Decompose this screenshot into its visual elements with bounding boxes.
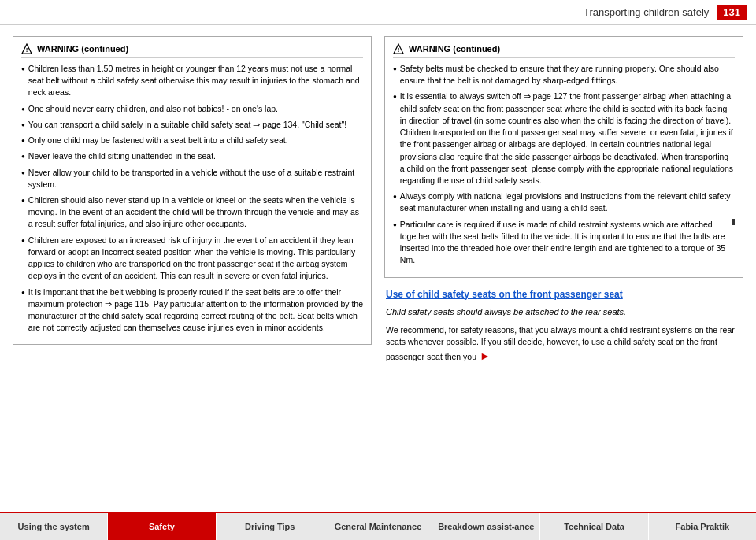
list-item: Never leave the child sitting unattended… [21, 150, 363, 162]
left-warning-header: ! WARNING (continued) [21, 43, 363, 58]
nav-bar: Using the systemSafetyDriving TipsGenera… [0, 512, 756, 540]
list-item: It is important that the belt webbing is… [21, 287, 363, 335]
nav-item-safety[interactable]: Safety [108, 513, 216, 540]
page-number: 131 [717, 5, 747, 20]
left-warning-label: WARNING (continued) [37, 44, 128, 54]
section-title: Use of child safety seats on the front p… [386, 289, 742, 300]
header-title: Transporting children safely [584, 6, 709, 18]
nav-item-driving-tips[interactable]: Driving Tips [217, 513, 324, 540]
page-header: Transporting children safely 131 [0, 0, 756, 25]
right-warning-label: WARNING (continued) [409, 44, 500, 54]
warning-icon-right: ! [393, 43, 404, 54]
svg-text:!: ! [26, 46, 28, 54]
list-item: Safety belts must be checked to ensure t… [393, 63, 735, 87]
list-item: One should never carry children, and als… [21, 103, 363, 115]
nav-item-technical-data[interactable]: Technical Data [540, 513, 648, 540]
list-item: Always comply with national legal provis… [393, 190, 735, 214]
left-warning-box: ! WARNING (continued) Children less than… [13, 36, 372, 345]
list-item: Particular care is required if use is ma… [393, 219, 735, 267]
right-warning-box: ! WARNING (continued) Safety belts must … [384, 36, 743, 278]
nav-item-using-the-system[interactable]: Using the system [0, 513, 108, 540]
main-content: ! WARNING (continued) Children less than… [0, 25, 756, 497]
list-item: It is essential to always switch off ⇒ p… [393, 91, 735, 187]
left-column: ! WARNING (continued) Children less than… [13, 36, 372, 490]
right-warning-header: ! WARNING (continued) [393, 43, 735, 58]
continue-arrow: ► [480, 348, 491, 364]
svg-text:!: ! [398, 46, 400, 54]
section-subtitle: Child safety seats should always be atta… [386, 306, 742, 318]
list-item: Children are exposed to an increased ris… [21, 235, 363, 283]
left-warning-body: Children less than 1.50 metres in height… [21, 63, 363, 334]
nav-item-fabia-praktik[interactable]: Fabia Praktik [649, 513, 756, 540]
list-item: Children should also never stand up in a… [21, 194, 363, 231]
list-item: Children less than 1.50 metres in height… [21, 63, 363, 99]
right-column: ! WARNING (continued) Safety belts must … [384, 36, 743, 490]
nav-item-general-maintenance[interactable]: General Maintenance [324, 513, 432, 540]
list-item: Never allow your child to be transported… [21, 167, 363, 190]
end-marker [732, 219, 735, 225]
right-warning-body: Safety belts must be checked to ensure t… [393, 63, 735, 267]
section-content: Use of child safety seats on the front p… [384, 289, 743, 364]
nav-item-breakdown-assist-ance[interactable]: Breakdown assist-ance [432, 513, 540, 540]
list-item: Only one child may be fastened with a se… [21, 135, 363, 146]
warning-icon-left: ! [21, 43, 32, 54]
section-body: We recommend, for safety reasons, that y… [386, 324, 742, 364]
list-item: You can transport a child safely in a su… [21, 119, 363, 131]
